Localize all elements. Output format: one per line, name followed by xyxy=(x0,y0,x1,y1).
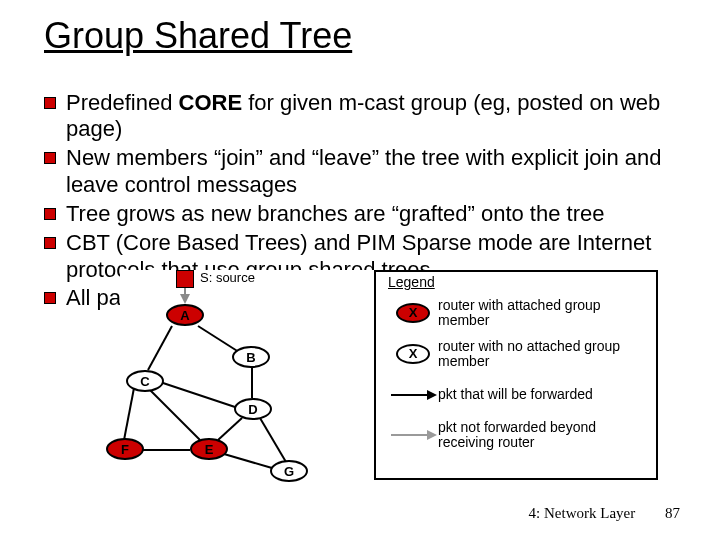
legend-row-no-attached: X router with no attached group member xyxy=(388,339,650,370)
legend-text: pkt that will be forwarded xyxy=(438,387,650,402)
svg-line-6 xyxy=(148,388,200,440)
source-label: S: source xyxy=(200,270,255,285)
legend-text: router with attached group member xyxy=(438,298,650,329)
legend-text: pkt not forwarded beyond receiving route… xyxy=(438,420,650,451)
page-number: 87 xyxy=(665,505,680,522)
legend-node-icon: X xyxy=(396,303,430,323)
node-e: E xyxy=(190,438,228,460)
legend-arrow-forward-icon xyxy=(388,380,438,410)
bullet-text: New members “join” and “leave” the tree … xyxy=(66,145,661,197)
legend-router-attached-icon: X xyxy=(388,298,438,328)
bullet-item: Tree grows as new branches are “grafted”… xyxy=(44,201,680,228)
node-d: D xyxy=(234,398,272,420)
legend-text: router with no attached group member xyxy=(438,339,650,370)
node-a: A xyxy=(166,304,204,326)
svg-line-8 xyxy=(218,418,242,440)
node-f: F xyxy=(106,438,144,460)
svg-line-9 xyxy=(260,418,286,462)
legend-title: Legend xyxy=(388,274,650,290)
arrow-icon xyxy=(391,394,435,396)
bullet-item: New members “join” and “leave” the tree … xyxy=(44,145,680,199)
bullet-text: Tree grows as new branches are “grafted”… xyxy=(66,201,604,226)
bullet-text: Predefined xyxy=(66,90,179,115)
svg-marker-1 xyxy=(180,294,190,304)
bullet-item: Predefined CORE for given m-cast group (… xyxy=(44,90,680,144)
legend-arrow-noforward-icon xyxy=(388,420,438,450)
legend-node-icon: X xyxy=(396,344,430,364)
legend-row-forward: pkt that will be forwarded xyxy=(388,380,650,410)
svg-line-5 xyxy=(160,382,238,408)
legend: Legend X router with attached group memb… xyxy=(374,270,658,480)
slide: Group Shared Tree Predefined CORE for gi… xyxy=(0,0,720,540)
node-b: B xyxy=(232,346,270,368)
svg-line-11 xyxy=(224,454,272,468)
node-g: G xyxy=(270,460,308,482)
legend-row-attached: X router with attached group member xyxy=(388,298,650,329)
bullet-core: CORE xyxy=(179,90,243,115)
footer-section: 4: Network Layer xyxy=(529,505,636,521)
svg-line-7 xyxy=(124,388,134,440)
legend-row-noforward: pkt not forwarded beyond receiving route… xyxy=(388,420,650,451)
legend-router-unattached-icon: X xyxy=(388,339,438,369)
source-box-icon xyxy=(176,270,194,288)
network-diagram: S: source A B C D E F G Legend X router … xyxy=(120,270,660,498)
node-c: C xyxy=(126,370,164,392)
arrow-icon xyxy=(391,434,435,436)
slide-title: Group Shared Tree xyxy=(44,16,680,62)
svg-line-3 xyxy=(148,326,172,370)
footer: 4: Network Layer 87 xyxy=(529,505,680,522)
